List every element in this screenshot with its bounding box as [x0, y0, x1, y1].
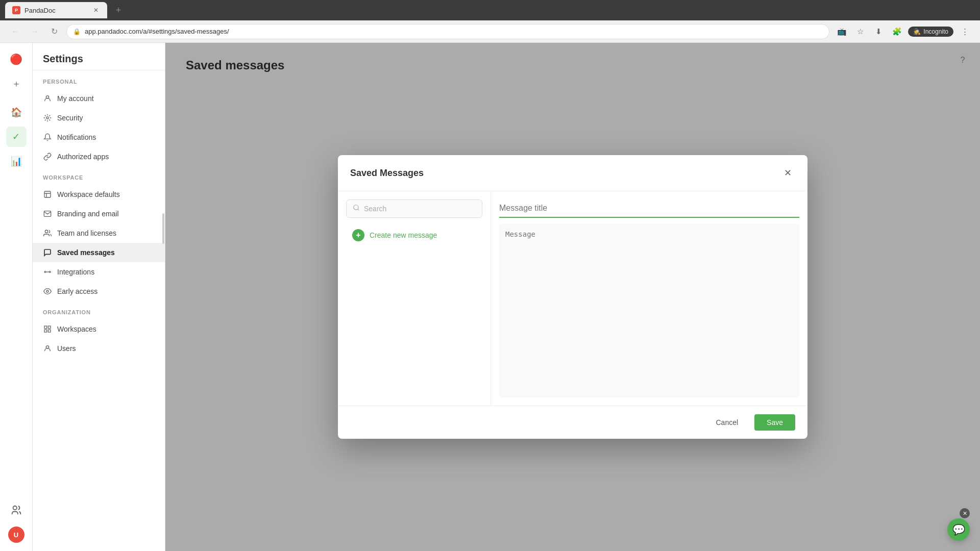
workspace-defaults-icon — [43, 190, 52, 199]
modal-footer: Cancel Save — [338, 406, 807, 439]
sidebar-icon-check[interactable]: ✓ — [6, 127, 27, 147]
settings-item-users[interactable]: Users — [33, 339, 165, 358]
sidebar-icon-home[interactable]: 🏠 — [6, 102, 27, 122]
notifications-icon — [43, 133, 52, 142]
branding-label: Branding and email — [57, 210, 119, 218]
settings-item-workspaces[interactable]: Workspaces — [33, 319, 165, 339]
workspaces-icon — [43, 324, 52, 334]
branding-icon — [43, 209, 52, 218]
lock-icon: 🔒 — [73, 28, 81, 35]
sidebar-icon-logo: 🔴 — [6, 49, 27, 69]
personal-section-label: PERSONAL — [33, 70, 165, 89]
forward-button[interactable]: → — [28, 24, 42, 39]
download-icon[interactable]: ⬇ — [871, 24, 886, 39]
chat-widget[interactable]: 💬 — [947, 518, 970, 541]
settings-item-team[interactable]: Team and licenses — [33, 223, 165, 243]
save-button[interactable]: Save — [754, 414, 795, 431]
tab-title: PandaDoc — [24, 7, 88, 14]
settings-item-my-account[interactable]: My account — [33, 89, 165, 108]
incognito-button[interactable]: 🕵 Incognito — [908, 27, 953, 37]
back-button[interactable]: ← — [8, 24, 22, 39]
address-bar[interactable]: 🔒 app.pandadoc.com/a/#settings/saved-mes… — [66, 24, 829, 39]
integrations-icon — [43, 267, 52, 277]
workspace-defaults-label: Workspace defaults — [57, 190, 120, 198]
address-text: app.pandadoc.com/a/#settings/saved-messa… — [85, 28, 229, 35]
settings-item-workspace-defaults[interactable]: Workspace defaults — [33, 185, 165, 204]
settings-item-security[interactable]: Security — [33, 108, 165, 128]
my-account-label: My account — [57, 94, 94, 103]
sidebar-icon-users[interactable] — [6, 500, 27, 520]
workspace-section-label: WORKSPACE — [33, 166, 165, 185]
settings-item-branding[interactable]: Branding and email — [33, 204, 165, 223]
svg-point-9 — [46, 290, 48, 292]
svg-point-15 — [354, 205, 358, 210]
svg-text:P: P — [15, 8, 18, 13]
security-label: Security — [57, 114, 83, 122]
authorized-apps-label: Authorized apps — [57, 153, 109, 161]
browser-tab: P PandaDoc ✕ — [5, 2, 107, 18]
toolbar-icons: 📺 ☆ ⬇ 🧩 🕵 Incognito ⋮ — [835, 24, 972, 39]
settings-header: Settings — [33, 43, 165, 70]
search-container — [346, 199, 482, 218]
settings-item-integrations[interactable]: Integrations — [33, 262, 165, 282]
saved-messages-label: Saved messages — [57, 248, 115, 257]
modal-close-button[interactable]: ✕ — [780, 165, 795, 181]
incognito-label: Incognito — [923, 28, 948, 35]
settings-item-early-access[interactable]: Early access — [33, 282, 165, 301]
svg-rect-10 — [44, 326, 47, 329]
security-icon — [43, 113, 52, 122]
sidebar-icon-add[interactable]: ＋ — [6, 73, 27, 94]
settings-item-notifications[interactable]: Notifications — [33, 128, 165, 147]
svg-point-8 — [49, 271, 51, 273]
extensions-icon[interactable]: 🧩 — [890, 24, 904, 39]
integrations-label: Integrations — [57, 268, 94, 276]
modal-body: + Create new message — [338, 191, 807, 406]
early-access-icon — [43, 287, 52, 296]
bookmark-icon[interactable]: ☆ — [853, 24, 867, 39]
chat-close-button[interactable]: ✕ — [960, 508, 970, 518]
saved-messages-icon — [43, 248, 52, 257]
svg-point-6 — [45, 230, 47, 233]
team-label: Team and licenses — [57, 229, 116, 237]
message-title-input[interactable] — [499, 199, 799, 218]
tab-close-icon[interactable]: ✕ — [92, 6, 100, 14]
svg-rect-13 — [48, 330, 51, 332]
settings-sidebar: Settings PERSONAL My account Security No… — [33, 43, 165, 551]
authorized-apps-icon — [43, 152, 52, 161]
settings-item-saved-messages[interactable]: Saved messages — [33, 243, 165, 262]
search-input[interactable] — [364, 205, 476, 213]
browser-chrome: P PandaDoc ✕ + ← → ↻ 🔒 app.pandadoc.com/… — [0, 0, 980, 43]
settings-item-authorized-apps[interactable]: Authorized apps — [33, 147, 165, 166]
tab-favicon: P — [12, 6, 20, 14]
modal-left-panel: + Create new message — [338, 191, 491, 406]
browser-toolbar: ← → ↻ 🔒 app.pandadoc.com/a/#settings/sav… — [0, 20, 980, 43]
workspaces-label: Workspaces — [57, 325, 96, 333]
menu-button[interactable]: ⋮ — [958, 24, 972, 39]
sidebar-icon-analytics[interactable]: 📊 — [6, 151, 27, 171]
refresh-button[interactable]: ↻ — [47, 24, 61, 39]
screencast-icon: 📺 — [835, 24, 849, 39]
modal-header: Saved Messages ✕ — [338, 155, 807, 191]
message-body-textarea[interactable] — [499, 224, 799, 397]
svg-point-2 — [13, 506, 16, 510]
svg-rect-12 — [44, 330, 47, 332]
notifications-label: Notifications — [57, 133, 96, 141]
search-icon — [353, 204, 360, 213]
users-label: Users — [57, 344, 76, 353]
modal-title: Saved Messages — [350, 168, 424, 179]
create-new-message-button[interactable]: + Create new message — [346, 224, 482, 246]
cancel-button[interactable]: Cancel — [705, 414, 748, 431]
main-content: ? Saved messages Saved Messages ✕ — [165, 43, 980, 551]
tab-add-button[interactable]: + — [111, 3, 126, 17]
saved-messages-modal: Saved Messages ✕ + Create new message — [338, 155, 807, 439]
create-new-label: Create new message — [370, 231, 437, 239]
early-access-label: Early access — [57, 287, 97, 295]
svg-point-4 — [46, 117, 48, 119]
icon-sidebar: 🔴 ＋ 🏠 ✓ 📊 U — [0, 43, 33, 551]
browser-titlebar: P PandaDoc ✕ + — [0, 0, 980, 20]
sidebar-icon-avatar[interactable]: U — [6, 524, 27, 545]
modal-right-panel — [491, 191, 807, 406]
create-new-icon: + — [352, 229, 364, 241]
svg-rect-11 — [48, 326, 51, 329]
svg-rect-5 — [44, 191, 51, 197]
